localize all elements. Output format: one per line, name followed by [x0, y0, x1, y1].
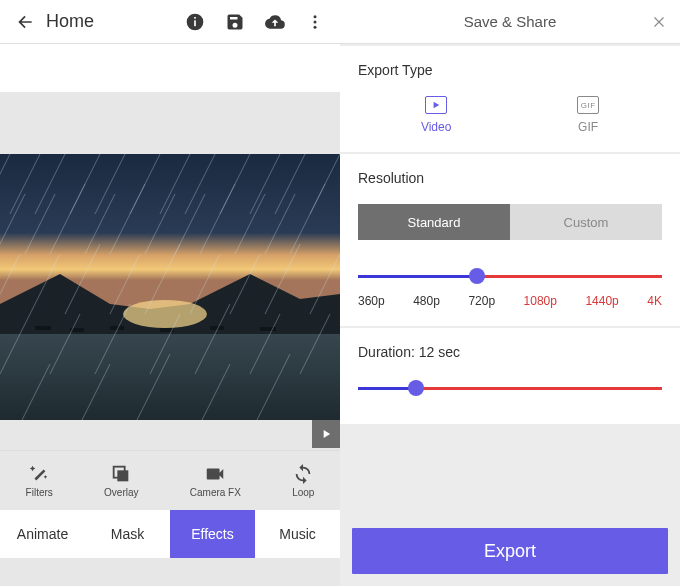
spacer — [340, 424, 680, 516]
export-type-card: Export Type Video GIF GIF — [340, 46, 680, 152]
resolution-labels: 360p 480p 720p 1080p 1440p 4K — [358, 294, 662, 308]
share-title: Save & Share — [464, 13, 557, 30]
overflow-button[interactable] — [304, 11, 326, 33]
save-button[interactable] — [224, 11, 246, 33]
svg-point-5 — [314, 25, 317, 28]
tool-label: Filters — [26, 487, 53, 498]
svg-rect-60 — [118, 470, 129, 481]
camera-icon — [203, 463, 227, 485]
tool-filters[interactable]: Filters — [26, 463, 53, 498]
svg-point-4 — [314, 20, 317, 23]
preview-canvas[interactable] — [0, 154, 340, 420]
duration-slider[interactable] — [358, 378, 662, 398]
segment-custom[interactable]: Custom — [510, 204, 662, 240]
cloud-upload-icon — [264, 12, 286, 32]
play-icon — [319, 427, 333, 441]
topbar-icons — [184, 11, 326, 33]
back-button[interactable] — [8, 5, 42, 39]
svg-point-14 — [123, 300, 207, 328]
below-canvas — [0, 420, 340, 450]
resolution-card: Resolution Standard Custom 360p 480p 720… — [340, 154, 680, 326]
tab-animate[interactable]: Animate — [0, 510, 85, 558]
slider-knob[interactable] — [469, 268, 485, 284]
svg-rect-1 — [194, 20, 196, 26]
duration-card: Duration: 12 sec — [340, 328, 680, 424]
svg-rect-2 — [194, 17, 196, 19]
resolution-slider[interactable] — [358, 266, 662, 286]
res-label: 4K — [647, 294, 662, 308]
tab-effects[interactable]: Effects — [170, 510, 255, 558]
res-label: 360p — [358, 294, 385, 308]
res-label: 720p — [468, 294, 495, 308]
resolution-heading: Resolution — [358, 170, 662, 186]
timeline-strip — [0, 44, 340, 92]
tab-mask[interactable]: Mask — [85, 510, 170, 558]
close-icon — [650, 13, 668, 31]
duration-heading: Duration: 12 sec — [358, 344, 662, 360]
save-icon — [225, 12, 245, 32]
toolbar: Filters Overlay Camera FX Loop — [0, 450, 340, 510]
export-type-label: Video — [421, 120, 451, 134]
export-type-gif[interactable]: GIF GIF — [577, 96, 599, 134]
export-type-heading: Export Type — [358, 62, 662, 78]
close-button[interactable] — [646, 9, 672, 35]
res-label: 1440p — [585, 294, 618, 308]
editor-panel: Home — [0, 0, 340, 586]
arrow-left-icon — [15, 12, 35, 32]
spacer — [0, 92, 340, 154]
tool-label: Overlay — [104, 487, 138, 498]
gif-icon: GIF — [577, 96, 599, 114]
share-panel: Save & Share Export Type Video GIF GIF R… — [340, 0, 680, 586]
segment-standard[interactable]: Standard — [358, 204, 510, 240]
overlay-icon — [110, 463, 132, 485]
info-button[interactable] — [184, 11, 206, 33]
wand-icon — [28, 463, 50, 485]
slider-knob[interactable] — [408, 380, 424, 396]
bottom-tabs: Animate Mask Effects Music — [0, 510, 340, 558]
more-vert-icon — [306, 13, 324, 31]
svg-rect-13 — [260, 327, 276, 331]
video-icon — [425, 96, 447, 114]
share-header: Save & Share — [340, 0, 680, 44]
export-type-label: GIF — [578, 120, 598, 134]
tool-loop[interactable]: Loop — [292, 463, 314, 498]
preview-image — [0, 154, 340, 420]
tool-camerafx[interactable]: Camera FX — [190, 463, 241, 498]
tool-overlay[interactable]: Overlay — [104, 463, 138, 498]
tab-music[interactable]: Music — [255, 510, 340, 558]
export-button[interactable]: Export — [352, 528, 668, 574]
topbar: Home — [0, 0, 340, 44]
tool-label: Loop — [292, 487, 314, 498]
upload-button[interactable] — [264, 11, 286, 33]
page-title: Home — [46, 11, 184, 32]
loop-icon — [292, 463, 314, 485]
play-button[interactable] — [312, 420, 340, 448]
res-label: 1080p — [524, 294, 557, 308]
res-label: 480p — [413, 294, 440, 308]
svg-point-3 — [314, 15, 317, 18]
resolution-segment: Standard Custom — [358, 204, 662, 240]
export-type-video[interactable]: Video — [421, 96, 451, 134]
svg-rect-8 — [35, 326, 51, 330]
info-icon — [185, 12, 205, 32]
tool-label: Camera FX — [190, 487, 241, 498]
